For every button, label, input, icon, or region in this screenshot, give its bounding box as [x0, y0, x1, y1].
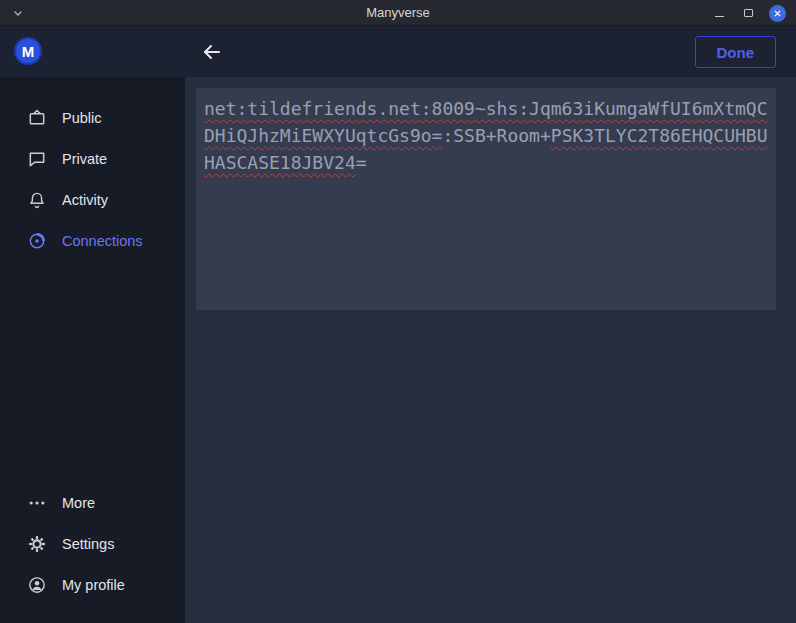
- sidebar-item-label: Settings: [62, 536, 114, 552]
- more-icon: [27, 493, 47, 513]
- invite-code-segment: :SSB+Room+: [442, 125, 550, 146]
- app-body: Public Private Activity Connections: [0, 77, 796, 623]
- invite-code-input[interactable]: net:tildefriends.net:8009~shs:Jqm63iKumg…: [196, 88, 776, 310]
- sidebar-spacer: [0, 261, 185, 482]
- os-titlebar: Manyverse: [0, 0, 796, 26]
- profile-icon: [27, 575, 47, 595]
- settings-icon: [27, 534, 47, 554]
- sidebar: Public Private Activity Connections: [0, 77, 185, 623]
- sidebar-item-label: More: [62, 495, 95, 511]
- sidebar-item-settings[interactable]: Settings: [0, 523, 185, 564]
- private-icon: [27, 149, 47, 169]
- main-content: net:tildefriends.net:8009~shs:Jqm63iKumg…: [185, 77, 796, 623]
- public-icon: [27, 108, 47, 128]
- manyverse-logo: M: [14, 37, 42, 65]
- window-title: Manyverse: [0, 5, 796, 20]
- done-button[interactable]: Done: [695, 36, 777, 68]
- invite-code-segment: =: [356, 152, 367, 173]
- connections-icon: [27, 231, 47, 251]
- invite-code-segment: DHiQJhzMiEWXYUqtcGs9o=: [204, 125, 442, 146]
- sidebar-item-activity[interactable]: Activity: [0, 179, 185, 220]
- sidebar-item-my-profile[interactable]: My profile: [0, 564, 185, 605]
- sidebar-item-connections[interactable]: Connections: [0, 220, 185, 261]
- sidebar-item-private[interactable]: Private: [0, 138, 185, 179]
- sidebar-item-label: Public: [62, 110, 102, 126]
- back-arrow-icon: [200, 40, 224, 64]
- manyverse-window: Manyverse M Done Public: [0, 0, 796, 623]
- sidebar-item-public[interactable]: Public: [0, 97, 185, 138]
- app-header: M Done: [0, 26, 796, 77]
- sidebar-item-more[interactable]: More: [0, 482, 185, 523]
- invite-code-segment: HASCASE18JBV24: [204, 152, 356, 173]
- restore-icon[interactable]: [740, 5, 756, 21]
- invite-code-segment: net:tildefriends.net:8009~shs:Jqm63iKumg…: [204, 98, 768, 119]
- sidebar-item-label: Activity: [62, 192, 108, 208]
- window-controls: [711, 0, 786, 26]
- activity-icon: [27, 190, 47, 210]
- sidebar-item-label: Connections: [62, 233, 143, 249]
- sidebar-item-label: Private: [62, 151, 107, 167]
- minimize-icon[interactable]: [711, 5, 727, 21]
- sidebar-item-label: My profile: [62, 577, 125, 593]
- invite-code-segment: PSK3TLYC2T86EHQCUHBU: [551, 125, 768, 146]
- back-button[interactable]: [198, 38, 226, 66]
- close-icon[interactable]: [769, 5, 786, 22]
